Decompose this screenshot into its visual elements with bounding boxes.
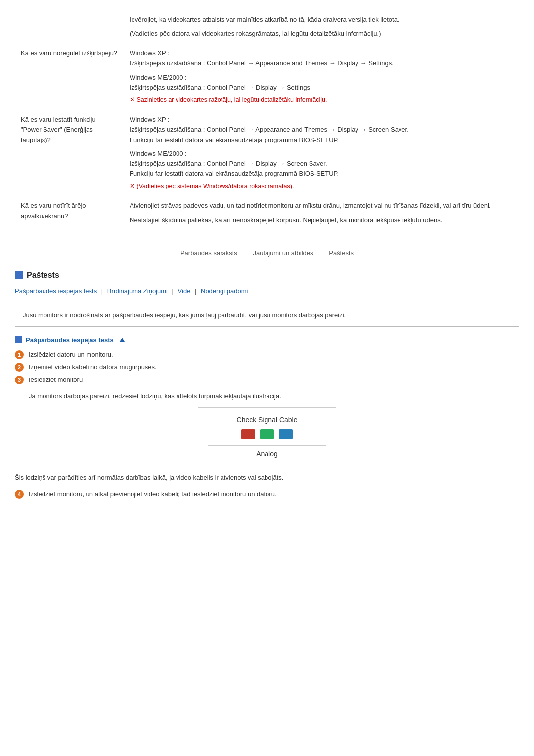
step-2-badge: 2 [15, 363, 24, 372]
steps-list: 1 Izslēdziet datoru un monitoru. 2 Izņem… [15, 350, 519, 385]
step4-list: 4 Izslēdziet monitoru, un atkal pievieno… [15, 489, 519, 499]
dot-blue [279, 429, 293, 439]
info-box: Jūsu monitors ir nodrošināts ar pašpārba… [15, 304, 519, 327]
sub-link-sep-1: | [101, 287, 105, 295]
pastests-section: Paštests Pašpārbaudes iespējas tests | B… [15, 271, 519, 499]
faq-answer-2-p2: Windows ME/2000 : Izšķirtspējas uzstādīš… [130, 149, 513, 179]
faq-row-intro: Ievērojiet, ka videokartes atbalsts var … [15, 10, 519, 44]
sub-link-sep-2: | [172, 287, 176, 295]
step-1-badge: 1 [15, 350, 24, 359]
faq-answer-0-p2: (Vadieties pēc datora vai videokartes ro… [130, 29, 513, 39]
faq-question-3: Kā es varu notīrīt ārējo apvalku/ekrānu? [15, 196, 124, 230]
signal-box-title: Check Signal Cable [208, 416, 326, 424]
step-4: 4 Izslēdziet monitoru, un atkal pievieno… [15, 489, 519, 499]
step-4-text: Izslēdziet monitoru, un atkal pievienoji… [29, 489, 277, 499]
dot-red [241, 429, 255, 439]
faq-row-3: Kā es varu notīrīt ārējo apvalku/ekrānu?… [15, 196, 519, 230]
faq-question-1: Kā es varu noregulēt izšķirtspēju? [15, 44, 124, 110]
faq-answer-0: Ievērojiet, ka videokartes atbalsts var … [124, 10, 519, 44]
sub-link-2[interactable]: Brīdinājuma Ziņojumi [107, 287, 168, 295]
faq-answer-3-p2: Neatstājiet šķīduma paliekas, kā arī nen… [130, 215, 513, 225]
bottom-note: Šis lodziņš var parādīties arī normālas … [15, 473, 519, 483]
faq-note-1: Sazinieties ar videokartes ražotāju, lai… [130, 95, 513, 105]
dot-green [260, 429, 274, 439]
signal-dots [208, 429, 326, 439]
info-box-text: Jūsu monitors ir nodrošināts ar pašpārba… [23, 311, 346, 319]
sub-link-sep-3: | [195, 287, 198, 295]
step-4-badge: 4 [15, 490, 24, 499]
nav-item-pastests[interactable]: Paštests [329, 249, 354, 257]
section-header: Paštests [15, 271, 519, 280]
step-1: 1 Izslēdziet datoru un monitoru. [15, 350, 519, 360]
step3-subtext: Ja monitors darbojas pareizi, redzēsiet … [29, 391, 519, 401]
faq-answer-3: Atvienojiet strāvas padeves vadu, un tad… [124, 196, 519, 230]
step-3: 3 Ieslēdziet monitoru [15, 375, 519, 385]
faq-row-2: Kā es varu iestatīt funkciju "Power Save… [15, 110, 519, 196]
sub-link-4[interactable]: Noderīgi padomi [201, 287, 248, 295]
triangle-up-icon [120, 338, 125, 342]
step-3-text: Ieslēdziet monitoru [29, 375, 83, 385]
step-1-text: Izslēdziet datoru un monitoru. [29, 350, 113, 360]
faq-question-0 [15, 10, 124, 44]
signal-cable-box: Check Signal Cable Analog [198, 407, 336, 466]
sub-link-1[interactable]: Pašpārbaudes iespējas tests [15, 287, 97, 295]
sub-links: Pašpārbaudes iespējas tests | Brīdinājum… [15, 287, 519, 295]
faq-table: Ievērojiet, ka videokartes atbalsts var … [15, 10, 519, 230]
faq-answer-3-p1: Atvienojiet strāvas padeves vadu, un tad… [130, 201, 513, 211]
nav-item-jautajumi[interactable]: Jautājumi un atbildes [253, 249, 313, 257]
step-2-text: Izņemiet video kabeli no datora mugurpus… [29, 362, 157, 372]
section-title: Paštests [27, 271, 59, 280]
faq-answer-1: Windows XP : Izšķirtspējas uzstādīšana :… [124, 44, 519, 110]
faq-answer-1-p2: Windows ME/2000 : Izšķirtspējas uzstādīš… [130, 73, 513, 93]
sub-section-title: Pašpārbaudes iespējas tests [26, 336, 114, 344]
sub-section-icon [15, 336, 22, 343]
faq-answer-2-p1: Windows XP : Izšķirtspējas uzstādīšana :… [130, 115, 513, 144]
section-icon [15, 271, 23, 279]
faq-answer-2: Windows XP : Izšķirtspējas uzstādīšana :… [124, 110, 519, 196]
sub-section-header: Pašpārbaudes iespējas tests [15, 336, 519, 344]
faq-answer-0-p1: Ievērojiet, ka videokartes atbalsts var … [130, 15, 513, 25]
faq-question-2: Kā es varu iestatīt funkciju "Power Save… [15, 110, 124, 196]
faq-answer-1-p1: Windows XP : Izšķirtspējas uzstādīšana :… [130, 48, 513, 68]
signal-box-analog: Analog [208, 445, 326, 458]
nav-item-parbaud[interactable]: Pārbaudes saraksts [180, 249, 237, 257]
step-3-badge: 3 [15, 376, 24, 384]
step-2: 2 Izņemiet video kabeli no datora mugurp… [15, 362, 519, 372]
faq-row-1: Kā es varu noregulēt izšķirtspēju? Windo… [15, 44, 519, 110]
faq-note-2: (Vadieties pēc sistēmas Windows/datora r… [130, 182, 513, 191]
sub-link-3[interactable]: Vide [178, 287, 191, 295]
nav-bar: Pārbaudes saraksts Jautājumi un atbildes… [15, 245, 519, 257]
